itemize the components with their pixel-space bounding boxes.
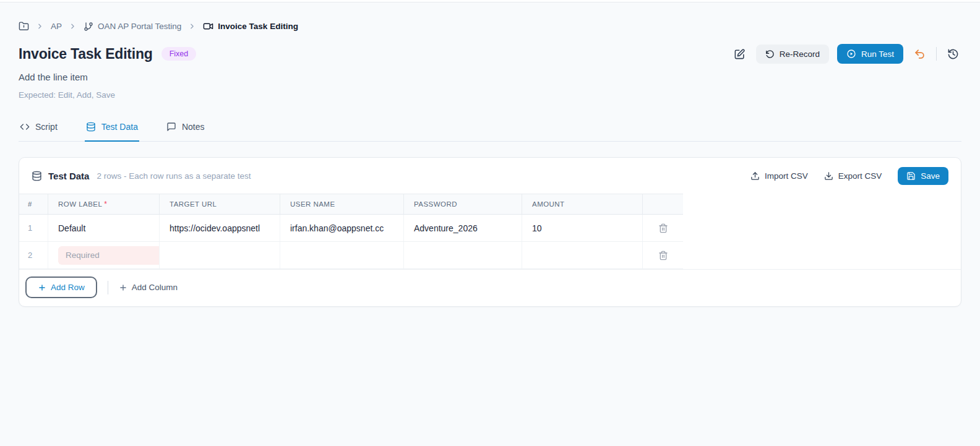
toolbar-divider (936, 47, 937, 61)
breadcrumb: AP OAN AP Portal Testing Invoice Task Ed… (19, 2, 961, 32)
tab-label: Test Data (101, 122, 138, 132)
cell-amount[interactable] (522, 242, 643, 268)
chat-icon (166, 122, 176, 132)
cell-amount[interactable]: 10 (522, 215, 643, 241)
database-icon (32, 171, 42, 181)
breadcrumb-label: OAN AP Portal Testing (98, 22, 181, 31)
code-icon (20, 122, 30, 132)
tab-test-data[interactable]: Test Data (85, 116, 139, 142)
tab-script[interactable]: Script (19, 116, 59, 142)
save-icon (906, 171, 916, 181)
column-header-row-label: ROW LABEL* (48, 194, 160, 214)
breadcrumb-label: Invoice Task Editing (218, 22, 298, 31)
export-csv-button[interactable]: Export CSV (824, 171, 882, 181)
plus-icon (38, 283, 46, 292)
cell-row-label (48, 242, 160, 268)
history-button[interactable] (945, 46, 961, 62)
tab-label: Notes (182, 122, 205, 132)
add-row-button[interactable]: Add Row (25, 277, 97, 298)
table-row: 1 Default https://ocidev.oappsnetl irfan… (19, 215, 683, 242)
row-label-input[interactable] (58, 246, 160, 265)
trash-icon (658, 251, 668, 260)
history-icon (947, 48, 959, 60)
chevron-right-icon (36, 22, 44, 30)
download-icon (824, 171, 833, 181)
breadcrumb-root[interactable] (19, 21, 29, 32)
delete-row-button[interactable] (656, 221, 671, 236)
required-asterisk: * (104, 200, 107, 208)
re-record-label: Re-Record (780, 49, 820, 59)
breadcrumb-item-current[interactable]: Invoice Task Editing (203, 21, 298, 32)
breadcrumb-item-suite[interactable]: OAN AP Portal Testing (84, 22, 181, 32)
upload-icon (750, 171, 760, 181)
run-test-button[interactable]: Run Test (837, 44, 903, 64)
trash-icon (658, 223, 668, 233)
cell-row-label[interactable]: Default (48, 215, 160, 241)
column-header-user-name: USER NAME (280, 194, 404, 214)
breadcrumb-item-ap[interactable]: AP (51, 22, 62, 31)
delete-row-button[interactable] (656, 248, 671, 263)
cell-user-name[interactable] (280, 242, 404, 268)
expected-steps: Expected: Edit, Add, Save (19, 90, 961, 100)
cell-password[interactable]: Adventure_2026 (404, 215, 522, 241)
cell-password[interactable] (404, 242, 522, 268)
page-title: Invoice Task Editing (19, 46, 153, 62)
add-row-label: Add Row (51, 283, 85, 292)
test-data-table: # ROW LABEL* TARGET URL USER NAME PASSWO… (19, 194, 683, 269)
column-header-index: # (19, 194, 48, 214)
breadcrumb-label: AP (51, 22, 62, 31)
save-label: Save (921, 171, 940, 181)
save-button[interactable]: Save (898, 167, 948, 185)
toolbar: Re-Record Run Test (731, 44, 961, 64)
add-column-label: Add Column (132, 283, 178, 292)
column-header-actions (643, 194, 683, 214)
tab-label: Script (35, 122, 58, 132)
row-number: 1 (19, 215, 48, 241)
plus-icon (119, 283, 127, 292)
row-number: 2 (19, 242, 48, 268)
footer-divider (108, 281, 108, 294)
folder-icon (19, 21, 29, 32)
card-title: Test Data (48, 171, 89, 181)
column-header-target-url: TARGET URL (160, 194, 280, 214)
chevron-right-icon (188, 22, 196, 30)
import-csv-label: Import CSV (765, 171, 808, 181)
re-record-button[interactable]: Re-Record (756, 45, 829, 64)
edit-button[interactable] (731, 46, 748, 62)
git-branch-icon (84, 22, 93, 32)
pencil-square-icon (734, 48, 746, 60)
table-row: 2 (19, 242, 683, 269)
card-subtitle: 2 rows - Each row runs as a separate tes… (97, 171, 251, 181)
video-camera-icon (203, 21, 213, 32)
test-data-card: Test Data 2 rows - Each row runs as a se… (19, 157, 961, 307)
add-column-button[interactable]: Add Column (119, 283, 178, 292)
import-csv-button[interactable]: Import CSV (750, 171, 808, 181)
status-badge: Fixed (161, 47, 197, 61)
play-circle-icon (846, 49, 856, 59)
undo-button[interactable] (911, 46, 928, 62)
tab-notes[interactable]: Notes (165, 116, 206, 142)
run-test-label: Run Test (861, 49, 894, 59)
cell-target-url[interactable]: https://ocidev.oappsnetl (160, 215, 280, 241)
chevron-right-icon (69, 22, 77, 30)
tab-bar: Script Test Data Notes (19, 116, 961, 142)
cell-target-url[interactable] (160, 242, 280, 268)
database-icon (86, 122, 96, 132)
table-header-row: # ROW LABEL* TARGET URL USER NAME PASSWO… (19, 194, 683, 215)
undo-icon (914, 48, 926, 60)
export-csv-label: Export CSV (838, 171, 882, 181)
task-description: Add the line item (19, 72, 961, 82)
column-header-password: PASSWORD (404, 194, 522, 214)
rotate-ccw-icon (765, 49, 775, 59)
column-header-amount: AMOUNT (522, 194, 643, 214)
cell-user-name[interactable]: irfan.khan@oappsnet.cc (280, 215, 404, 241)
